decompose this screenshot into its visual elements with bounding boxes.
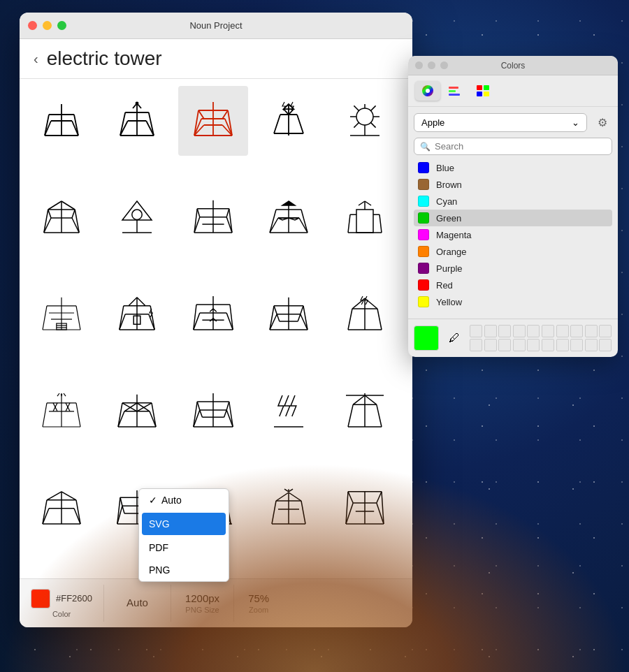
swatch-cell[interactable] bbox=[542, 339, 554, 351]
swatch-cell[interactable] bbox=[542, 325, 554, 337]
svg-line-141 bbox=[348, 309, 352, 330]
back-button[interactable]: ‹ bbox=[34, 51, 38, 67]
colors-min-btn[interactable] bbox=[428, 61, 435, 69]
color-list-item[interactable]: White bbox=[414, 310, 612, 313]
window-controls bbox=[28, 21, 66, 30]
png-size-section[interactable]: 1200px PNG Size bbox=[171, 579, 233, 627]
icon-cell-9[interactable] bbox=[254, 183, 324, 253]
icon-cell-25[interactable] bbox=[330, 474, 400, 544]
color-list-item[interactable]: Cyan bbox=[414, 193, 612, 210]
icon-cell-21[interactable] bbox=[27, 474, 96, 544]
icon-cell-20[interactable] bbox=[330, 377, 400, 447]
icon-cell-6[interactable] bbox=[27, 183, 96, 253]
svg-line-95 bbox=[365, 201, 371, 205]
svg-line-246 bbox=[346, 503, 353, 524]
swatch-cell[interactable] bbox=[484, 325, 497, 337]
eyedropper-button[interactable]: 🖊 bbox=[444, 328, 464, 348]
color-list-item[interactable]: Magenta bbox=[414, 226, 612, 243]
icon-cell-15[interactable] bbox=[330, 280, 400, 350]
icon-cell-11[interactable] bbox=[27, 280, 96, 350]
icon-cell-2[interactable] bbox=[102, 86, 172, 156]
icon-cell-19[interactable] bbox=[254, 377, 324, 447]
color-list-item[interactable]: Orange bbox=[414, 243, 612, 260]
format-section[interactable]: Auto bbox=[104, 579, 171, 627]
swatch-cell[interactable] bbox=[498, 325, 511, 337]
maximize-button[interactable] bbox=[57, 21, 66, 30]
tab-color-wheel[interactable] bbox=[415, 81, 440, 101]
tab-sliders[interactable] bbox=[443, 81, 468, 101]
gear-button[interactable]: ⚙ bbox=[593, 112, 612, 132]
format-auto-label: Auto bbox=[161, 495, 182, 506]
color-list-item[interactable]: Green bbox=[414, 210, 612, 226]
swatch-cell[interactable] bbox=[599, 325, 612, 337]
minimize-button[interactable] bbox=[43, 21, 52, 30]
svg-line-75 bbox=[197, 209, 200, 217]
color-list-item[interactable]: Red bbox=[414, 277, 612, 293]
zoom-section[interactable]: 75% Zoom bbox=[234, 579, 283, 627]
svg-line-31 bbox=[222, 110, 228, 119]
tab-swatches[interactable] bbox=[471, 81, 496, 101]
color-list-item[interactable]: Blue bbox=[414, 159, 612, 176]
svg-line-94 bbox=[359, 201, 365, 205]
icon-cell-5[interactable] bbox=[330, 86, 400, 156]
svg-line-158 bbox=[64, 393, 66, 396]
icon-cell-1[interactable] bbox=[27, 86, 96, 156]
search-input[interactable] bbox=[435, 141, 606, 152]
format-png[interactable]: PNG bbox=[139, 559, 229, 581]
selected-color-block[interactable] bbox=[414, 326, 439, 351]
color-swatch bbox=[31, 589, 50, 608]
icon-cell-17[interactable] bbox=[102, 377, 172, 447]
icon-cell-13[interactable] bbox=[178, 280, 248, 350]
color-section[interactable]: #FF2600 Color bbox=[20, 579, 103, 627]
icon-cell-14[interactable] bbox=[254, 280, 324, 350]
icon-cell-18[interactable] bbox=[178, 377, 248, 447]
swatch-cell[interactable] bbox=[513, 339, 526, 351]
swatch-cell[interactable] bbox=[527, 325, 540, 337]
icon-cell-24[interactable] bbox=[254, 474, 324, 544]
color-list-item[interactable]: Brown bbox=[414, 176, 612, 193]
icon-cell-16[interactable] bbox=[27, 377, 96, 447]
apple-selector-dropdown[interactable]: Apple ⌄ bbox=[414, 113, 587, 132]
icon-cell-8[interactable] bbox=[178, 183, 248, 253]
swatch-cell[interactable] bbox=[513, 325, 526, 337]
format-svg-label: SVG bbox=[149, 518, 170, 529]
colors-close-btn[interactable] bbox=[415, 61, 423, 69]
swatch-cell[interactable] bbox=[570, 325, 583, 337]
icon-cell-7[interactable] bbox=[102, 183, 172, 253]
format-pdf[interactable]: PDF bbox=[139, 536, 229, 559]
format-auto[interactable]: ✓ Auto bbox=[139, 489, 229, 511]
swatch-cell[interactable] bbox=[470, 325, 482, 337]
swatch-cell[interactable] bbox=[556, 339, 569, 351]
swatch-cell[interactable] bbox=[570, 339, 583, 351]
color-dot bbox=[418, 246, 429, 257]
icon-cell-12[interactable] bbox=[102, 280, 172, 350]
icon-cell-4[interactable] bbox=[254, 86, 324, 156]
svg-line-109 bbox=[120, 306, 124, 330]
swatch-cell[interactable] bbox=[498, 339, 511, 351]
colors-zoom-btn[interactable] bbox=[440, 61, 448, 69]
format-svg[interactable]: SVG bbox=[142, 513, 226, 535]
svg-line-48 bbox=[370, 122, 375, 127]
svg-rect-259 bbox=[484, 92, 489, 96]
zoom-label: Zoom bbox=[249, 606, 268, 614]
swatch-cell[interactable] bbox=[470, 339, 482, 351]
svg-line-202 bbox=[62, 492, 76, 500]
color-list-item[interactable]: Purple bbox=[414, 260, 612, 277]
swatch-cell[interactable] bbox=[599, 339, 612, 351]
swatch-cell[interactable] bbox=[585, 325, 598, 337]
svg-line-145 bbox=[365, 298, 377, 309]
svg-line-214 bbox=[122, 506, 124, 513]
swatch-cell[interactable] bbox=[484, 339, 497, 351]
svg-line-59 bbox=[72, 210, 75, 218]
swatch-cell[interactable] bbox=[556, 325, 569, 337]
color-name: Yellow bbox=[436, 297, 462, 307]
color-list-item[interactable]: Yellow bbox=[414, 293, 612, 310]
color-name: Purple bbox=[436, 263, 463, 274]
icon-cell-10[interactable] bbox=[330, 183, 400, 253]
swatch-cell[interactable] bbox=[527, 339, 540, 351]
close-button[interactable] bbox=[28, 21, 37, 30]
swatch-cell[interactable] bbox=[585, 339, 598, 351]
svg-line-34 bbox=[274, 115, 280, 133]
icon-cell-3[interactable] bbox=[178, 86, 248, 156]
svg-line-115 bbox=[129, 298, 137, 306]
